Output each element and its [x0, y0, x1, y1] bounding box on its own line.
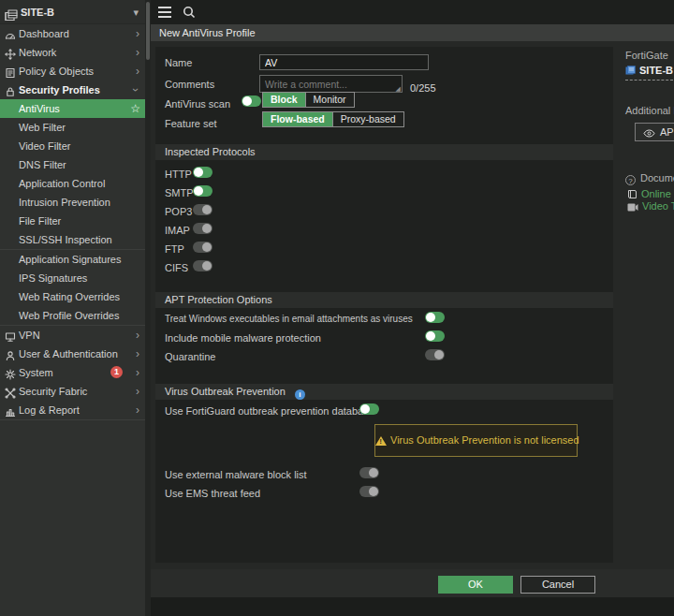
device-link[interactable]: SITE-B — [625, 65, 673, 81]
name-label: Name — [165, 57, 192, 68]
user-icon — [5, 348, 16, 359]
search-icon[interactable] — [182, 5, 197, 20]
fortiguard-outbreak-toggle[interactable] — [359, 403, 379, 415]
sidebar-item-dns-filter[interactable]: DNS Filter — [0, 155, 145, 174]
video-tutorials-link[interactable]: Video Tutorials — [627, 200, 674, 212]
comments-input[interactable] — [260, 76, 402, 92]
sidebar-item-antivirus[interactable]: AntiVirus ☆ — [0, 99, 145, 118]
bottom-strip — [151, 597, 674, 616]
antivirus-scan-label: AntiVirus scan — [165, 98, 230, 110]
breadcrumb: New AntiVirus Profile — [159, 27, 256, 38]
sidebar-item-application-signatures[interactable]: Application Signatures — [0, 250, 145, 269]
fortigate-group-label: FortiGate — [625, 50, 668, 61]
divider — [0, 419, 145, 420]
section-inspected-protocols: Inspected Protocols — [155, 144, 613, 160]
antivirus-profile-form: Name Comments ◢ 0/255 AntiVirus scan Blo… — [155, 47, 613, 563]
pop3-label: POP3 — [165, 206, 192, 217]
cifs-toggle[interactable] — [193, 260, 212, 271]
lock-icon — [5, 84, 16, 95]
license-warning: !Virus Outbreak Prevention is not licens… — [374, 424, 578, 457]
chevron-right-icon: › — [136, 382, 139, 401]
mobile-malware-label: Include mobile malware protection — [165, 332, 321, 344]
comments-label: Comments — [165, 79, 214, 90]
api-preview-button[interactable]: API Preview — [635, 123, 674, 141]
info-icon[interactable]: i — [295, 389, 305, 400]
book-icon — [627, 189, 637, 199]
device-selector[interactable]: SITE-B ▾ — [0, 0, 145, 24]
flow-based-button[interactable]: Flow-based — [263, 112, 332, 126]
section-virus-outbreak-prevention: Virus Outbreak Preventioni — [155, 384, 613, 400]
sidebar-item-policy-objects[interactable]: Policy & Objects › — [0, 62, 145, 81]
sidebar-item-intrusion-prevention[interactable]: Intrusion Prevention — [0, 193, 145, 212]
sidebar-item-vpn[interactable]: VPN › — [0, 326, 145, 345]
eye-icon — [643, 129, 655, 138]
chevron-down-icon: › — [126, 88, 145, 92]
sidebar-scrollbar[interactable] — [145, 0, 151, 616]
name-input[interactable] — [259, 54, 429, 70]
sidebar-item-log-report[interactable]: Log & Report › — [0, 401, 145, 419]
notification-badge: 1 — [110, 366, 123, 378]
external-blocklist-toggle[interactable] — [359, 467, 379, 478]
video-icon — [627, 203, 638, 212]
favorite-star-icon[interactable]: ☆ — [130, 99, 140, 118]
resize-grip-icon[interactable]: ◢ — [396, 85, 401, 92]
cancel-button[interactable]: Cancel — [520, 576, 595, 594]
scan-action-segment: Block Monitor — [262, 92, 355, 108]
sidebar-item-network[interactable]: Network › — [0, 43, 145, 62]
sidebar-item-file-filter[interactable]: File Filter — [0, 212, 145, 230]
sidebar-item-application-control[interactable]: Application Control — [0, 174, 145, 193]
pop3-toggle[interactable] — [193, 204, 212, 215]
fabric-icon — [5, 386, 16, 397]
sidebar-item-web-profile-overrides[interactable]: Web Profile Overrides — [0, 306, 145, 325]
scrollbar-thumb[interactable] — [146, 2, 150, 60]
gear-icon — [5, 367, 16, 378]
ems-threat-feed-label: Use EMS threat feed — [165, 488, 260, 499]
sidebar-item-system[interactable]: System 1 › — [0, 363, 145, 382]
http-toggle[interactable] — [193, 167, 212, 178]
smtp-label: SMTP — [165, 187, 194, 198]
sidebar-item-user-authentication[interactable]: User & Authentication › — [0, 345, 145, 363]
treat-executables-label: Treat Windows executables in email attac… — [165, 314, 413, 324]
antivirus-scan-toggle[interactable] — [242, 95, 261, 107]
online-help-link[interactable]: Online Help — [627, 188, 674, 199]
sidebar-item-web-filter[interactable]: Web Filter — [0, 118, 145, 137]
chevron-right-icon: › — [136, 363, 139, 382]
chevron-right-icon: › — [136, 326, 139, 345]
sidebar-item-security-fabric[interactable]: Security Fabric › — [0, 382, 145, 401]
mobile-malware-toggle[interactable] — [425, 330, 445, 342]
breadcrumb-bar: New AntiVirus Profile — [151, 24, 674, 41]
treat-executables-toggle[interactable] — [425, 312, 445, 323]
sidebar-item-security-profiles[interactable]: Security Profiles › — [0, 81, 145, 99]
top-toolbar — [151, 0, 674, 24]
fortigate-device-icon — [625, 66, 636, 78]
feature-set-segment: Flow-based Proxy-based — [262, 111, 404, 127]
ok-button[interactable]: OK — [438, 576, 513, 594]
ems-threat-feed-toggle[interactable] — [359, 486, 379, 497]
monitor-button[interactable]: Monitor — [305, 93, 354, 107]
sidebar-item-dashboard[interactable]: Dashboard › — [0, 24, 145, 43]
device-name: SITE-B — [21, 0, 54, 24]
feature-set-label: Feature set — [165, 118, 217, 129]
ftp-toggle[interactable] — [193, 242, 212, 253]
chart-icon — [5, 404, 16, 416]
sidebar-item-video-filter[interactable]: Video Filter — [0, 137, 145, 155]
question-icon: ? — [625, 175, 636, 185]
imap-toggle[interactable] — [193, 223, 212, 234]
chevron-right-icon: › — [136, 24, 139, 43]
sidebar-item-web-rating-overrides[interactable]: Web Rating Overrides — [0, 287, 145, 306]
sidebar-item-ips-signatures[interactable]: IPS Signatures — [0, 269, 145, 287]
caret-down-icon: ▾ — [133, 0, 139, 24]
proxy-based-button[interactable]: Proxy-based — [332, 112, 403, 126]
menu-icon[interactable] — [158, 7, 171, 18]
block-button[interactable]: Block — [263, 93, 305, 107]
quarantine-toggle[interactable] — [425, 349, 445, 360]
sidebar: SITE-B ▾ Dashboard › Network › Policy & … — [0, 0, 145, 616]
additional-information-label: Additional Information — [625, 105, 674, 116]
section-apt-protection: APT Protection Options — [155, 292, 613, 308]
policy-icon — [5, 66, 16, 77]
smtp-toggle[interactable] — [193, 185, 212, 197]
chevron-right-icon: › — [136, 345, 139, 363]
cifs-label: CIFS — [165, 262, 188, 273]
sidebar-item-ssl-ssh-inspection[interactable]: SSL/SSH Inspection — [0, 230, 145, 249]
comments-field-wrap: ◢ — [259, 75, 403, 93]
